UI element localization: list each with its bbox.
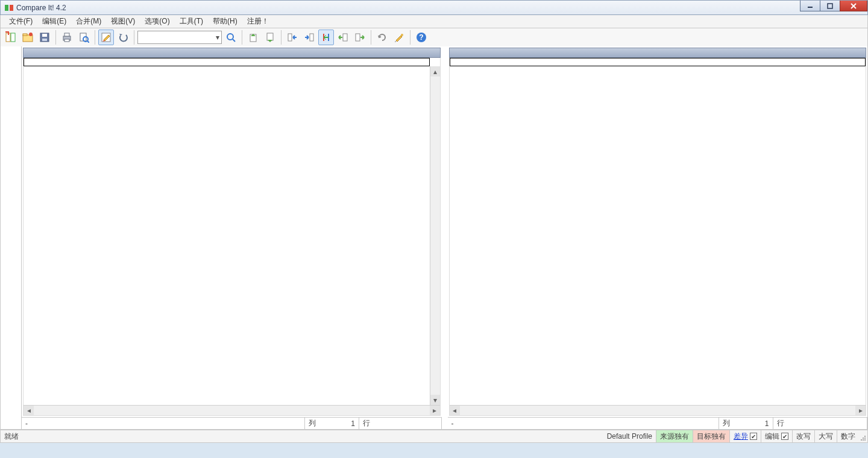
svg-rect-26 xyxy=(310,34,313,41)
scroll-left-icon[interactable]: ◂ xyxy=(24,406,34,415)
right-row-cell: 行 xyxy=(773,418,868,429)
menu-tools[interactable]: 工具(T) xyxy=(175,15,208,28)
options-button[interactable] xyxy=(391,30,407,45)
menu-view[interactable]: 视图(V) xyxy=(106,15,140,28)
search-input[interactable] xyxy=(138,33,213,42)
svg-point-37 xyxy=(864,436,866,437)
left-pane-body[interactable]: ▴ ▾ ◂ ▸ xyxy=(23,58,441,416)
status-source-only[interactable]: 来源独有 xyxy=(656,430,693,442)
svg-rect-16 xyxy=(64,39,69,42)
toolbar-separator xyxy=(281,30,281,45)
print-button[interactable] xyxy=(59,30,75,45)
app-icon xyxy=(4,3,14,13)
svg-point-10 xyxy=(29,33,33,36)
status-diff[interactable]: 差异✔ xyxy=(730,430,761,442)
save-button[interactable] xyxy=(37,30,52,45)
scroll-down-icon[interactable]: ▾ xyxy=(430,395,440,405)
left-horizontal-scrollbar[interactable]: ◂ ▸ xyxy=(24,405,440,415)
left-col-cell: 列1 xyxy=(305,418,359,429)
status-overwrite: 改写 xyxy=(793,430,815,442)
scroll-right-icon[interactable]: ▸ xyxy=(430,406,440,415)
toolbar-separator xyxy=(242,30,242,45)
svg-point-35 xyxy=(861,439,862,441)
search-combo[interactable]: ▾ xyxy=(137,31,222,44)
next-diff-file-button[interactable] xyxy=(262,30,278,45)
diff-checkbox[interactable]: ✔ xyxy=(750,433,757,440)
svg-rect-12 xyxy=(42,34,47,37)
menu-options[interactable]: 选项(O) xyxy=(140,15,174,28)
status-target-only[interactable]: 目标独有 xyxy=(693,430,730,442)
undo-button[interactable] xyxy=(115,30,131,45)
scroll-up-icon[interactable]: ▴ xyxy=(430,66,440,77)
find-button[interactable] xyxy=(223,30,239,45)
diff-gutter xyxy=(1,46,22,429)
refresh-button[interactable] xyxy=(374,30,390,45)
menu-edit[interactable]: 编辑(E) xyxy=(37,15,71,28)
svg-rect-0 xyxy=(5,5,8,11)
menu-help[interactable]: 帮助(H) xyxy=(208,15,242,28)
new-compare-folder-button[interactable] xyxy=(20,30,36,45)
left-pane-info: - 列1 行 xyxy=(22,417,442,429)
status-num: 数字 xyxy=(837,430,859,442)
svg-line-22 xyxy=(233,39,235,42)
toolbar: ▾ ? xyxy=(0,28,868,46)
left-row-cell: 行 xyxy=(359,418,442,429)
menu-register[interactable]: 注册！ xyxy=(242,15,274,28)
svg-rect-15 xyxy=(64,33,69,36)
resize-grip[interactable] xyxy=(859,430,867,442)
svg-rect-9 xyxy=(23,34,27,36)
svg-rect-25 xyxy=(288,34,292,41)
svg-rect-3 xyxy=(828,4,832,8)
right-pane-info: - 列1 行 xyxy=(448,417,868,429)
right-first-line[interactable] xyxy=(450,58,866,66)
minimize-button[interactable] xyxy=(800,1,820,11)
left-vertical-scrollbar[interactable]: ▴ ▾ xyxy=(430,66,440,405)
svg-point-36 xyxy=(863,438,864,439)
window-title: Compare It! 4.2 xyxy=(16,4,66,12)
close-button[interactable] xyxy=(840,1,867,11)
svg-point-34 xyxy=(864,438,866,439)
right-path-cell: - xyxy=(448,418,719,429)
toolbar-separator xyxy=(410,30,410,45)
svg-rect-27 xyxy=(343,34,347,41)
prev-diff-file-button[interactable] xyxy=(245,30,261,45)
toolbar-separator xyxy=(95,30,95,45)
scroll-right-icon[interactable]: ▸ xyxy=(855,406,866,415)
print-preview-button[interactable] xyxy=(76,30,92,45)
scroll-left-icon[interactable]: ◂ xyxy=(450,406,460,415)
window-controls xyxy=(800,1,867,11)
svg-point-29 xyxy=(401,34,403,36)
menu-bar: 文件(F) 编辑(E) 合并(M) 视图(V) 选项(O) 工具(T) 帮助(H… xyxy=(0,15,868,28)
menu-file[interactable]: 文件(F) xyxy=(4,15,37,28)
edit-mode-button[interactable] xyxy=(98,30,114,45)
edit-checkbox[interactable]: ✔ xyxy=(781,433,788,440)
search-dropdown-icon[interactable]: ▾ xyxy=(213,33,221,42)
title-bar: Compare It! 4.2 xyxy=(0,0,868,15)
right-horizontal-scrollbar[interactable]: ◂ ▸ xyxy=(450,405,866,415)
next-change-button[interactable] xyxy=(352,30,368,45)
svg-rect-28 xyxy=(356,34,360,41)
left-pane: ▴ ▾ ◂ ▸ - 列1 行 xyxy=(22,46,442,429)
maximize-button[interactable] xyxy=(820,1,840,11)
help-button[interactable]: ? xyxy=(414,30,429,45)
toolbar-separator xyxy=(134,30,134,45)
sync-scroll-button[interactable] xyxy=(318,30,334,45)
copy-to-right-button[interactable] xyxy=(301,30,317,45)
pane-splitter[interactable] xyxy=(442,46,448,429)
svg-rect-13 xyxy=(42,39,47,41)
status-edit[interactable]: 编辑✔ xyxy=(761,430,793,442)
svg-point-33 xyxy=(863,439,864,441)
svg-line-19 xyxy=(87,41,89,43)
menu-merge[interactable]: 合并(M) xyxy=(71,15,106,28)
svg-rect-24 xyxy=(267,33,273,40)
right-pane-body[interactable]: ◂ ▸ xyxy=(449,58,867,416)
copy-to-left-button[interactable] xyxy=(285,30,300,45)
status-profile[interactable]: Default Profile xyxy=(603,430,656,442)
svg-point-21 xyxy=(227,34,233,40)
left-pane-header[interactable] xyxy=(23,48,441,58)
new-compare-button[interactable] xyxy=(3,30,19,45)
right-pane-header[interactable] xyxy=(449,48,867,58)
left-first-line[interactable] xyxy=(24,58,430,66)
svg-text:?: ? xyxy=(419,33,423,42)
prev-change-button[interactable] xyxy=(335,30,351,45)
